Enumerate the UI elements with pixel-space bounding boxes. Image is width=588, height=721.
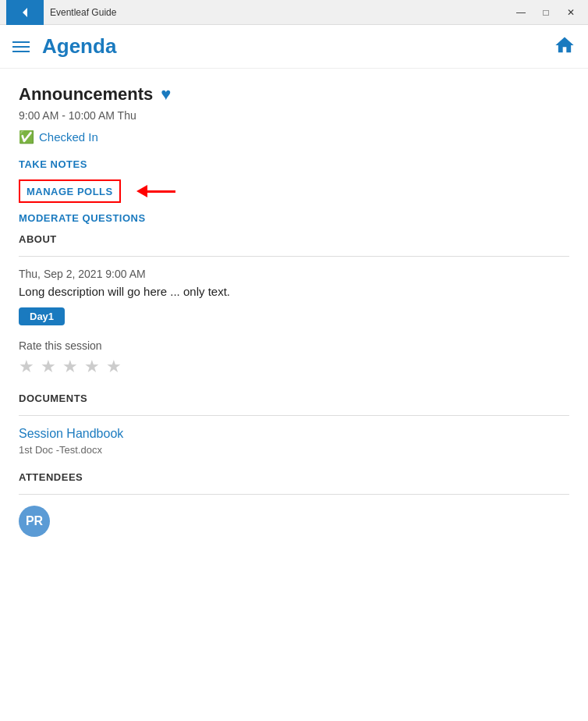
about-heading: ABOUT — [19, 233, 569, 245]
hamburger-menu-icon[interactable] — [12, 41, 30, 52]
document-filename: 1st Doc -Test.docx — [19, 444, 569, 456]
day-badge: Day1 — [19, 307, 65, 325]
arrow-line — [147, 190, 175, 193]
app-header: Agenda — [0, 25, 588, 69]
maximize-button[interactable]: □ — [535, 5, 557, 20]
hamburger-line — [12, 41, 30, 43]
manage-polls-box: MANAGE POLLS — [19, 179, 121, 203]
avatar: PR — [19, 506, 50, 537]
checked-in-label: Checked In — [39, 130, 98, 144]
session-title-row: Announcements ♥ — [19, 84, 569, 105]
about-divider — [19, 256, 569, 257]
documents-divider — [19, 415, 569, 416]
attendee-row: PR — [19, 506, 569, 537]
home-button[interactable] — [554, 34, 576, 59]
star-2[interactable]: ★ — [41, 357, 56, 377]
star-rating[interactable]: ★ ★ ★ ★ ★ — [19, 357, 569, 377]
window-controls: — □ ✕ — [510, 5, 582, 20]
star-4[interactable]: ★ — [84, 357, 100, 377]
star-5[interactable]: ★ — [106, 357, 122, 377]
attendees-section: ATTENDEES PR — [19, 471, 569, 537]
attendees-divider — [19, 494, 569, 495]
page-title: Agenda — [42, 34, 116, 59]
take-notes-link[interactable]: TAKE NOTES — [19, 158, 569, 170]
session-time: 9:00 AM - 10:00 AM Thu — [19, 109, 569, 122]
documents-heading: DOCUMENTS — [19, 392, 569, 404]
check-circle-icon: ✅ — [19, 130, 34, 144]
session-title: Announcements — [19, 84, 153, 105]
about-description: Long description will go here ... only t… — [19, 285, 569, 298]
header-left: Agenda — [12, 34, 116, 59]
close-button[interactable]: ✕ — [560, 5, 582, 20]
checked-in-status[interactable]: ✅ Checked In — [19, 130, 569, 144]
arrow-head-icon — [136, 185, 147, 197]
minimize-button[interactable]: — — [510, 5, 532, 20]
svg-marker-0 — [23, 8, 27, 17]
document-link[interactable]: Session Handbook — [19, 427, 569, 441]
moderate-questions-link[interactable]: MODERATE QUESTIONS — [19, 212, 569, 224]
arrow-annotation — [136, 185, 175, 197]
about-date: Thu, Sep 2, 2021 9:00 AM — [19, 268, 569, 280]
attendees-heading: ATTENDEES — [19, 471, 569, 483]
rate-label: Rate this session — [19, 339, 569, 352]
back-button[interactable] — [6, 0, 44, 25]
star-1[interactable]: ★ — [19, 357, 34, 377]
rate-section: Rate this session ★ ★ ★ ★ ★ — [19, 339, 569, 377]
main-content: Announcements ♥ 9:00 AM - 10:00 AM Thu ✅… — [0, 69, 588, 721]
star-3[interactable]: ★ — [62, 357, 78, 377]
documents-section: DOCUMENTS Session Handbook 1st Doc -Test… — [19, 392, 569, 456]
favorite-heart-icon[interactable]: ♥ — [161, 84, 171, 105]
title-bar: Eventleaf Guide — □ ✕ — [0, 0, 588, 25]
manage-polls-link[interactable]: MANAGE POLLS — [27, 186, 113, 197]
manage-polls-container: MANAGE POLLS — [19, 179, 121, 203]
app-name: Eventleaf Guide — [50, 7, 510, 18]
hamburger-line — [12, 51, 30, 52]
hamburger-line — [12, 46, 30, 48]
